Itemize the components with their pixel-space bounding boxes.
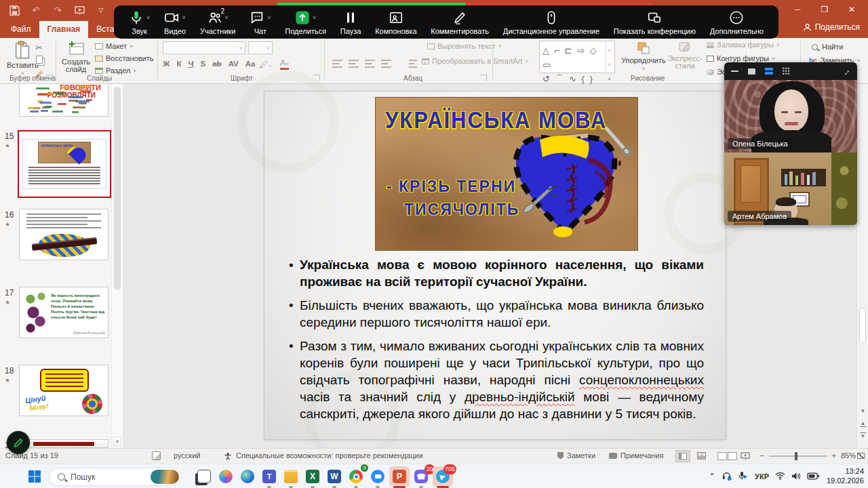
taskbar-edge[interactable] — [237, 466, 258, 487]
zoom-toolbar-pause[interactable]: Пауза — [340, 9, 361, 35]
layout-button[interactable]: Макет˅ — [95, 42, 133, 50]
font-style-button-AV[interactable]: AV — [229, 60, 239, 68]
language-indicator[interactable]: УКР — [755, 472, 769, 481]
zoom-slider[interactable] — [769, 455, 827, 457]
align-justify-icon[interactable] — [381, 60, 391, 68]
shape-fill-button[interactable]: Заливка фигуры˅ — [707, 41, 780, 49]
zoom-slider-thumb[interactable] — [795, 452, 797, 460]
align-left-icon[interactable] — [332, 60, 342, 68]
customize-toolbar-icon[interactable]: ▽ — [95, 4, 107, 16]
taskbar-word[interactable]: W — [324, 466, 344, 487]
taskbar-viber[interactable]: ☎20 — [411, 466, 431, 487]
zoom-out-button[interactable]: − — [760, 451, 765, 461]
taskbar-telegram[interactable]: 705 — [433, 466, 453, 487]
close-icon[interactable]: ✕ — [838, 1, 865, 18]
find-button[interactable]: Найти — [811, 43, 843, 51]
search-daily-image[interactable] — [151, 470, 179, 484]
next-slide-button[interactable]: ▼ — [857, 432, 868, 439]
expand-icon[interactable]: ↔ — [840, 64, 853, 78]
quick-styles-button[interactable]: Экспресс-стили — [666, 41, 704, 70]
taskbar-search[interactable]: Пошук — [49, 468, 182, 486]
video-tile-2[interactable]: Артем Абрамов — [724, 152, 857, 225]
taskbar-chrome[interactable]: Л — [346, 466, 366, 487]
redo-icon[interactable]: ↷ — [52, 4, 64, 16]
shape-outline-button[interactable]: Контур фигуры˅ — [707, 54, 775, 62]
smartart-button[interactable]: Преобразовать в SmartArt˅ — [422, 57, 528, 65]
slideshow-view-button[interactable] — [741, 452, 750, 462]
start-slideshow-icon[interactable] — [73, 4, 85, 16]
font-style-button-К[interactable]: К — [176, 60, 181, 68]
font-style-button-Ж[interactable]: Ж — [163, 60, 170, 68]
normal-view-button[interactable] — [675, 450, 690, 462]
comments-button[interactable]: Примечания — [609, 451, 664, 460]
gallery-view-icon[interactable] — [765, 68, 773, 75]
zoom-annotation-button[interactable] — [7, 431, 30, 454]
tray-chevron-icon[interactable]: ⌃ — [709, 472, 715, 481]
tab-file[interactable]: Файл — [3, 21, 39, 38]
grid-view-icon[interactable]: ▪▪▪▪▪▪▪▪▪ — [783, 67, 791, 75]
section-button[interactable]: Раздел˅ — [95, 66, 136, 75]
scroll-down-icon[interactable]: ▼ — [857, 408, 868, 414]
scroll-down-icon[interactable]: ▼ — [113, 436, 121, 446]
zoom-toolbar-chat[interactable]: ˅Чат — [250, 9, 271, 35]
align-text-button[interactable]: Выровнять текст˅ — [427, 42, 501, 50]
new-slide-button[interactable]: Создать слайд — [61, 41, 91, 73]
battery-icon[interactable] — [807, 472, 819, 481]
scroll-thumb[interactable] — [859, 308, 866, 343]
video-tile-1[interactable]: Олена Білецька — [724, 80, 857, 152]
taskbar-zoom-app[interactable] — [368, 466, 388, 487]
zoom-toolbar-remote-control[interactable]: Дистанционное управление — [503, 9, 599, 35]
font-name-combo[interactable]: ˅ — [163, 41, 245, 54]
taskbar-excel[interactable]: X — [302, 466, 323, 487]
zoom-toolbar-more[interactable]: Дополнительно — [710, 9, 764, 35]
slide[interactable]: УКРАЇНСЬКА МОВА - КРІЗЬ ТЕРНИ ТИСЯЧОЛІТЬ — [264, 92, 726, 439]
proofing-icon[interactable] — [152, 451, 161, 460]
zoom-level[interactable]: 85% — [841, 451, 856, 460]
slide-scrollbar[interactable]: ▼ ▲ ▼ — [856, 84, 868, 448]
highlight-pen-icon[interactable]: 🖊˅ — [259, 59, 272, 70]
accessibility-status[interactable]: Специальные возможности: проверьте реком… — [236, 451, 423, 460]
copy-icon[interactable] — [36, 56, 43, 64]
taskbar-file-explorer[interactable] — [281, 466, 301, 487]
ppt-share-button[interactable]: Поделиться — [803, 22, 860, 32]
arrange-button[interactable]: Упорядочить˅ — [621, 41, 666, 72]
taskbar-powerpoint[interactable]: P — [389, 466, 410, 487]
align-center-icon[interactable] — [349, 60, 359, 68]
font-style-button-S[interactable]: S — [201, 60, 206, 68]
font-style-button-Aa[interactable]: Aa — [245, 60, 256, 68]
reading-view-button[interactable] — [717, 452, 737, 462]
paragraph-dialog-launcher[interactable] — [480, 75, 487, 81]
minimize-icon[interactable] — [731, 70, 738, 72]
zoom-toolbar-participants[interactable]: ˅2Участники — [200, 9, 236, 35]
slide-sorter-view-button[interactable] — [697, 452, 706, 461]
wifi-icon[interactable] — [775, 472, 785, 481]
zoom-toolbar-microphone[interactable]: ˅Звук — [129, 9, 150, 35]
headset-icon[interactable]: i — [722, 471, 732, 482]
zoom-toolbar-camera[interactable]: ˅Видео — [164, 9, 186, 35]
language-status[interactable]: русский — [174, 451, 200, 460]
zoom-in-button[interactable]: + — [831, 451, 837, 461]
zoom-toolbar-layout[interactable]: Компоновка — [375, 9, 416, 35]
taskbar-teams[interactable]: T — [259, 466, 279, 487]
font-style-button-ab[interactable]: ab — [212, 60, 221, 68]
minimize-icon[interactable]: ─ — [784, 1, 811, 18]
speaker-view-icon[interactable] — [748, 68, 755, 75]
cut-icon[interactable]: ✂ — [35, 43, 43, 53]
zoom-toolbar-show-meeting[interactable]: Показать конференцию — [614, 9, 696, 35]
zoom-toolbar-annotate[interactable]: Комментировать — [431, 9, 489, 35]
shapes-gallery[interactable]: △ ⌐ ⊏ ⇨ ◇ ▭↺ ⌒ ∿ { } ☆ ˄˅▾ — [539, 41, 615, 73]
thumbnail-scrollbar[interactable]: ▼ — [111, 84, 123, 448]
taskbar-copilot[interactable] — [216, 466, 236, 487]
speaker-icon[interactable] — [791, 472, 801, 482]
slide-thumbnail-18[interactable]: ЦінуйМову! — [19, 365, 108, 416]
slide-thumbnail-partial[interactable]: ГОВОРИТИРОЗМОВЛЯТИ — [19, 84, 108, 117]
slide-thumbnail-15[interactable]: УКРАЇНСЬКА МОВА — [18, 130, 111, 198]
align-right-icon[interactable] — [365, 60, 375, 68]
notes-button[interactable]: Заметки — [557, 451, 595, 460]
clock[interactable]: 13:24 19.02.2026 — [827, 466, 864, 485]
shapes-scroll[interactable]: ˄˅▾ — [606, 42, 614, 72]
fit-to-window-icon[interactable] — [857, 452, 865, 460]
restore-icon[interactable]: ❐ — [811, 1, 838, 18]
previous-slide-button[interactable]: ▲ — [857, 420, 868, 427]
font-size-combo[interactable]: ˅ — [248, 41, 273, 54]
